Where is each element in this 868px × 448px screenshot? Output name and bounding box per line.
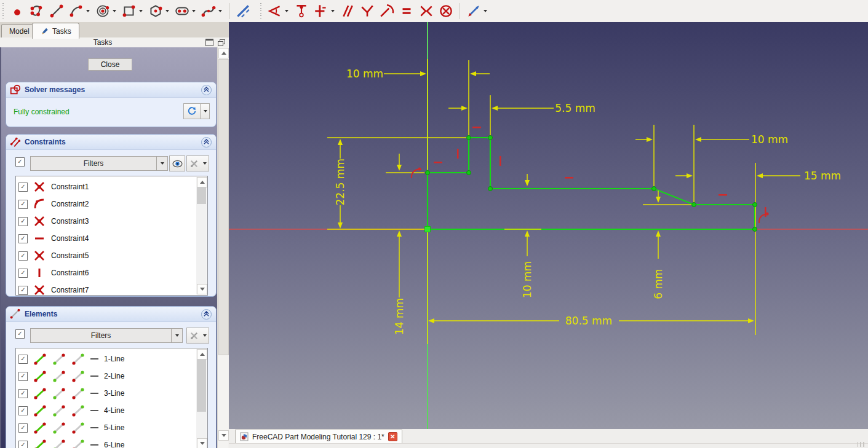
constraint-row[interactable]: ✓ Constraint1 [18, 179, 89, 195]
elements-filter-combo[interactable]: Filters [30, 328, 183, 343]
dimension-6mm[interactable]: 6 mm [652, 191, 664, 299]
dock-icon[interactable] [205, 39, 213, 46]
elements-scrollbar[interactable] [196, 349, 207, 448]
resize-grip[interactable] [857, 442, 866, 447]
tab-tasks[interactable]: Tasks [32, 23, 79, 39]
dimension-10mm-right[interactable]: 10 mm [635, 133, 788, 146]
element-row[interactable]: ✓ 2-Line [18, 368, 124, 384]
update-button[interactable] [183, 103, 210, 119]
dimension-10mm-bottom[interactable]: 10 mm [521, 174, 533, 298]
external-geometry-button[interactable] [234, 1, 252, 21]
checkbox[interactable]: ✓ [18, 234, 28, 243]
element-row[interactable]: ✓ 5-Line [18, 420, 124, 436]
constraint-row[interactable]: ✓ Constraint7 [18, 282, 89, 296]
checkbox[interactable]: ✓ [18, 217, 28, 226]
checkbox[interactable]: ✓ [18, 389, 28, 398]
checkbox[interactable]: ✓ [18, 286, 28, 295]
checkbox[interactable]: ✓ [18, 406, 28, 415]
checkbox[interactable]: ✓ [18, 441, 28, 448]
close-task-button[interactable]: Close [88, 58, 132, 71]
toolbar-grip[interactable] [260, 3, 263, 19]
circle-tool-button[interactable] [94, 1, 119, 21]
constraints-header[interactable]: Constraints [6, 135, 216, 150]
scroll-down-button[interactable] [218, 430, 229, 441]
dimension-label[interactable]: 6 mm [652, 269, 664, 299]
constrain-distance-y-button[interactable] [292, 1, 311, 21]
constraint-row[interactable]: ✓ Constraint4 [18, 230, 89, 246]
element-row[interactable]: ✓ 3-Line [18, 385, 124, 401]
float-icon[interactable] [218, 39, 225, 45]
scroll-up-button[interactable] [218, 48, 229, 58]
scrollbar-thumb[interactable] [197, 359, 206, 412]
constraint-row[interactable]: ✓ Constraint5 [18, 248, 89, 264]
dimension-label[interactable]: 5.5 mm [555, 102, 595, 114]
dimension-14mm[interactable]: 14 mm [393, 154, 405, 335]
dropdown-arrow-icon[interactable] [218, 10, 222, 12]
toolbar-grip[interactable] [2, 3, 5, 19]
polyline-tool-button[interactable] [28, 1, 46, 21]
dropdown-arrow-icon[interactable] [192, 10, 196, 12]
constraint-settings-dropdown[interactable] [200, 155, 209, 171]
dropdown-arrow-icon[interactable] [139, 10, 143, 12]
solver-messages-header[interactable]: Solver messages [6, 82, 216, 98]
dropdown-arrow-icon[interactable] [165, 10, 169, 12]
constraint-row[interactable]: ✓ Constraint3 [18, 213, 89, 229]
constraints-master-checkbox[interactable]: ✓ [15, 157, 25, 167]
element-settings-button[interactable] [186, 328, 201, 344]
toggle-driving-constraint-button[interactable] [464, 1, 490, 21]
close-document-icon[interactable]: ✕ [388, 432, 397, 441]
slot-tool-button[interactable] [173, 1, 198, 21]
constrain-block-button[interactable] [437, 1, 455, 21]
polygon-tool-button[interactable] [146, 1, 172, 21]
scroll-down-button[interactable] [197, 438, 207, 448]
scroll-down-button[interactable] [197, 284, 207, 294]
dimension-label[interactable]: 80.5 mm [565, 315, 612, 327]
sketch-viewport[interactable]: 10 mm 5.5 mm 10 mm [229, 22, 868, 429]
dropdown-arrow-icon[interactable] [331, 10, 335, 12]
dimension-label[interactable]: 14 mm [393, 298, 405, 335]
elements-master-checkbox[interactable]: ✓ [15, 329, 25, 339]
dimension-22.5mm[interactable]: 22.5 mm [334, 139, 346, 229]
dimension-10mm-topleft[interactable]: 10 mm [346, 68, 490, 80]
sketch-canvas[interactable]: 10 mm 5.5 mm 10 mm [229, 22, 868, 429]
dimension-label[interactable]: 10 mm [751, 133, 788, 146]
sketch-vertices[interactable] [425, 136, 757, 232]
dimension-label[interactable]: 15 mm [804, 170, 841, 182]
collapse-chevron-icon[interactable] [201, 85, 212, 95]
checkbox[interactable]: ✓ [18, 269, 28, 278]
constrain-angle-button[interactable] [266, 1, 291, 21]
rectangle-tool-button[interactable] [120, 1, 145, 21]
dimension-5.5mm[interactable]: 5.5 mm [448, 102, 595, 114]
dimension-15mm[interactable]: 15 mm [675, 170, 841, 182]
checkbox[interactable]: ✓ [18, 372, 28, 381]
sketch-profile[interactable] [428, 138, 755, 229]
arc-tool-button[interactable] [67, 1, 92, 21]
checkbox[interactable]: ✓ [18, 423, 28, 433]
line-tool-button[interactable] [47, 1, 66, 21]
dropdown-arrow-icon[interactable] [204, 110, 207, 112]
element-row[interactable]: ✓ 4-Line [18, 403, 124, 419]
dimension-label[interactable]: 10 mm [521, 261, 533, 298]
checkbox[interactable]: ✓ [18, 251, 28, 261]
collapse-chevron-icon[interactable] [201, 309, 212, 320]
constrain-parallel-button[interactable] [338, 1, 357, 21]
dropdown-arrow-icon[interactable] [86, 10, 90, 12]
dimension-label[interactable]: 10 mm [346, 68, 383, 80]
document-tab[interactable]: FreeCAD Part Modeling Tutorial 129 : 1* … [235, 430, 402, 443]
scroll-up-button[interactable] [197, 177, 207, 187]
constraints-list[interactable]: ✓ Constraint1 ✓ Constraint2 ✓ Constraint… [15, 176, 208, 296]
scroll-up-button[interactable] [197, 349, 207, 360]
constrain-vertical-horizontal-button[interactable] [312, 1, 337, 21]
dimension-label[interactable]: 22.5 mm [334, 159, 346, 205]
collapse-chevron-icon[interactable] [201, 137, 212, 147]
checkbox[interactable]: ✓ [18, 355, 28, 364]
elements-header[interactable]: Elements [6, 307, 216, 322]
checkbox[interactable]: ✓ [18, 183, 28, 192]
scrollbar-thumb[interactable] [218, 59, 229, 355]
constraint-settings-button[interactable] [186, 155, 201, 171]
element-row[interactable]: ✓ 6-Line [18, 437, 124, 448]
element-row[interactable]: ✓ 1-Line [18, 351, 124, 367]
dimension-80.5mm[interactable]: 80.5 mm [428, 315, 754, 327]
show-hide-button[interactable] [169, 155, 185, 171]
checkbox[interactable]: ✓ [18, 200, 28, 209]
